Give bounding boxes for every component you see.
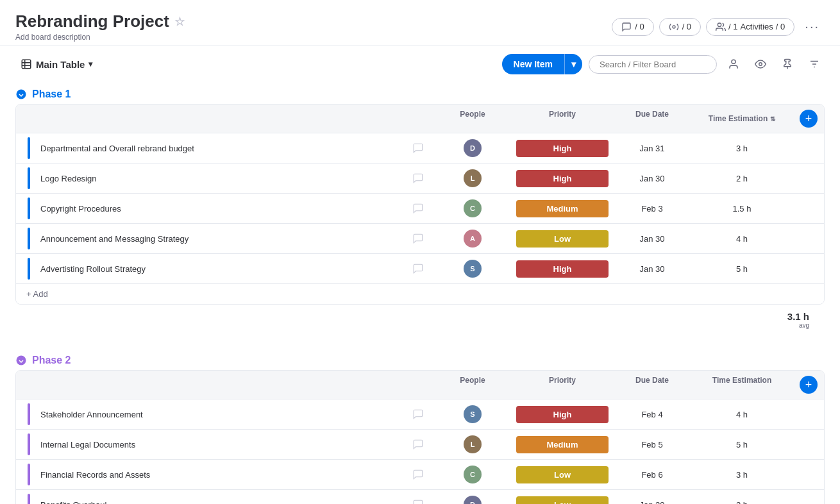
phase1-header[interactable]: Phase 1 — [15, 82, 825, 104]
table-name-label: Main Table — [36, 59, 85, 70]
priority-badge[interactable]: High — [516, 140, 609, 157]
row-due-date-cell[interactable]: Feb 5 — [614, 436, 691, 453]
priority-badge[interactable]: Medium — [516, 200, 609, 217]
row-priority-cell[interactable]: Medium — [511, 433, 614, 456]
table-row[interactable]: Advertisting Rollout Strategy S High Jan… — [16, 254, 824, 283]
avatar[interactable]: D — [464, 496, 482, 504]
row-time-cell: 4 h — [691, 230, 793, 248]
new-item-arrow-icon[interactable]: ▾ — [565, 55, 582, 74]
row-people-cell[interactable]: S — [434, 256, 511, 281]
board-description[interactable]: Add board description — [15, 33, 185, 42]
eye-icon-button[interactable] — [750, 54, 771, 74]
table-row[interactable]: Benefits Overhaul D Low Jan 29 2 h — [16, 490, 824, 504]
toolbar-right: New Item ▾ — [502, 54, 825, 74]
avatar[interactable]: S — [464, 405, 482, 423]
table-row[interactable]: Announcement and Messaging Strategy A Lo… — [16, 224, 824, 254]
row-due-date-cell[interactable]: Feb 6 — [614, 466, 691, 483]
members-count: / 1 — [728, 22, 737, 31]
more-options-button[interactable]: ··· — [800, 16, 825, 37]
comment-icon[interactable] — [412, 142, 424, 154]
activities-count: / 0 — [776, 22, 785, 31]
row-due-date-cell[interactable]: Jan 31 — [614, 140, 691, 157]
avatar[interactable]: L — [464, 435, 482, 453]
comment-icon[interactable] — [412, 469, 424, 480]
priority-badge[interactable]: Low — [516, 230, 609, 248]
add-column-button[interactable]: + — [800, 110, 818, 128]
row-due-date-cell[interactable]: Jan 30 — [614, 260, 691, 278]
filter-icon-button[interactable] — [804, 54, 825, 74]
comment-icon[interactable] — [412, 439, 424, 450]
priority-badge[interactable]: Low — [516, 496, 609, 505]
pin-icon-button[interactable] — [777, 54, 798, 74]
row-due-date-cell[interactable]: Feb 3 — [614, 200, 691, 217]
main-content: Phase 1 People Priority Due Date Time Es… — [0, 82, 840, 504]
row-color-bar — [28, 464, 30, 485]
comment-icon[interactable] — [412, 172, 424, 184]
priority-badge[interactable]: Medium — [516, 436, 609, 453]
row-due-date-cell[interactable]: Jan 29 — [614, 496, 691, 505]
row-people-cell[interactable]: L — [434, 432, 511, 457]
search-input[interactable] — [589, 55, 717, 74]
table-row[interactable]: Financial Records and Assets C Low Feb 6… — [16, 460, 824, 490]
phase2-rows: Stakeholder Announcement S High Feb 4 4 … — [16, 399, 824, 504]
p2-add-column-button[interactable]: + — [800, 376, 818, 394]
table-row[interactable]: Stakeholder Announcement S High Feb 4 4 … — [16, 399, 824, 430]
comment-icon[interactable] — [412, 233, 424, 244]
comment-icon[interactable] — [412, 408, 424, 420]
row-priority-cell[interactable]: High — [511, 258, 614, 280]
priority-badge[interactable]: High — [516, 170, 609, 187]
svg-point-12 — [17, 90, 26, 99]
comment-icon[interactable] — [412, 203, 424, 214]
row-people-cell[interactable]: D — [434, 135, 511, 161]
row-people-cell[interactable]: L — [434, 165, 511, 191]
avatar[interactable]: D — [464, 139, 482, 157]
table-row[interactable]: Departmental and Overall rebrand budget … — [16, 133, 824, 164]
table-row[interactable]: Internal Legal Documents L Medium Feb 5 … — [16, 430, 824, 460]
row-priority-cell[interactable]: Low — [511, 494, 614, 505]
row-extra-cell — [793, 144, 819, 152]
col-header-people: People — [434, 105, 511, 133]
row-priority-cell[interactable]: High — [511, 137, 614, 160]
row-priority-cell[interactable]: Low — [511, 228, 614, 250]
row-color-bar — [28, 433, 30, 455]
row-people-cell[interactable]: C — [434, 196, 511, 221]
phase1-add-row[interactable]: + Add — [16, 283, 824, 304]
row-priority-cell[interactable]: High — [511, 167, 614, 190]
phase2-table: People Priority Due Date Time Estimation… — [15, 370, 825, 504]
table-name-button[interactable]: Main Table ▾ — [15, 56, 97, 72]
person-icon-button[interactable] — [723, 54, 744, 74]
avatar[interactable]: C — [464, 199, 482, 217]
new-item-button[interactable]: New Item ▾ — [502, 54, 582, 74]
priority-badge[interactable]: Low — [516, 466, 609, 483]
comment-icon[interactable] — [412, 499, 424, 504]
avatar[interactable]: L — [464, 169, 482, 187]
priority-badge[interactable]: High — [516, 260, 609, 278]
row-people-cell[interactable]: S — [434, 401, 511, 427]
row-due-date-cell[interactable]: Feb 4 — [614, 406, 691, 423]
row-people-cell[interactable]: D — [434, 492, 511, 504]
row-people-cell[interactable]: A — [434, 226, 511, 251]
activities-button[interactable]: / 1 Activities / 0 — [706, 18, 794, 36]
updates-button[interactable]: / 0 — [612, 18, 653, 36]
p2-col-header-add: + — [793, 371, 819, 399]
row-people-cell[interactable]: C — [434, 462, 511, 487]
avatar[interactable]: S — [464, 260, 482, 278]
avatar[interactable]: C — [464, 466, 482, 483]
row-priority-cell[interactable]: Medium — [511, 197, 614, 220]
row-color-bar — [28, 494, 30, 504]
star-icon[interactable]: ☆ — [174, 15, 185, 29]
row-due-date-cell[interactable]: Jan 30 — [614, 170, 691, 187]
integrations-button[interactable]: / 0 — [659, 18, 701, 36]
row-priority-cell[interactable]: High — [511, 403, 614, 426]
table-row[interactable]: Copyright Procedures C Medium Feb 3 1.5 … — [16, 194, 824, 224]
row-priority-cell[interactable]: Low — [511, 464, 614, 486]
p2-col-header-comment — [402, 371, 434, 399]
table-row[interactable]: Logo Redesign L High Jan 30 2 h — [16, 164, 824, 194]
row-due-date-cell[interactable]: Jan 30 — [614, 230, 691, 248]
phase2-header[interactable]: Phase 2 — [15, 348, 825, 370]
phase1-summary: 3.1 h avg — [15, 305, 825, 333]
avatar[interactable]: A — [464, 230, 482, 248]
comment-icon[interactable] — [412, 263, 424, 274]
priority-badge[interactable]: High — [516, 406, 609, 423]
phase1-rows: Departmental and Overall rebrand budget … — [16, 133, 824, 283]
